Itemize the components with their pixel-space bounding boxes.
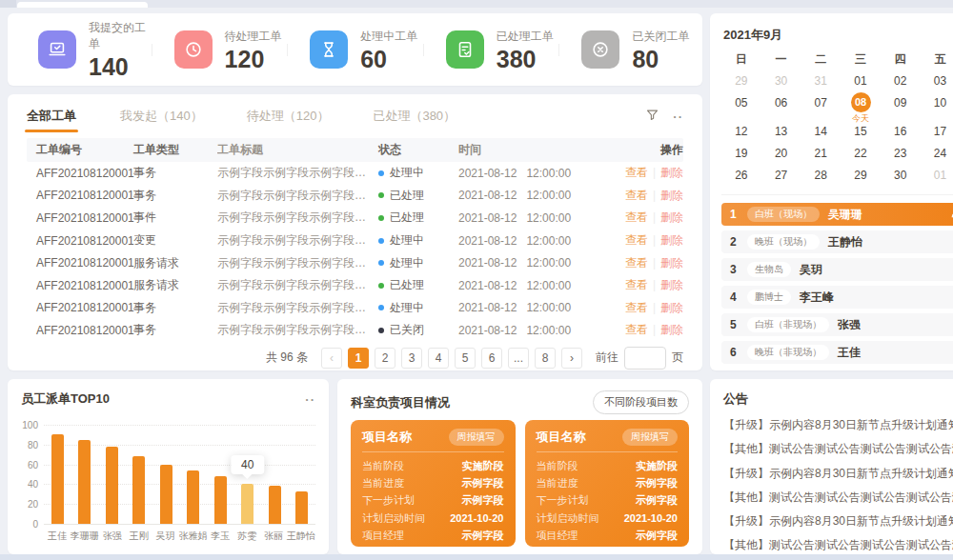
delete-link[interactable]: 删除 <box>660 233 683 247</box>
shift-row[interactable]: 1白班（现场）吴珊珊 <box>721 203 953 226</box>
shift-row[interactable]: 5白班（非现场）张强 <box>721 313 953 336</box>
delete-link[interactable]: 删除 <box>660 278 683 291</box>
page-button[interactable]: 8 <box>535 348 556 369</box>
tab-全部工单[interactable]: 全部工单 <box>27 108 76 125</box>
announcement-item[interactable]: 【升级】示例内容8月30日新节点升级计划通知 <box>723 510 953 533</box>
tab-待处理（120）[interactable]: 待处理（120） <box>247 108 330 125</box>
field-label: 项目经理 <box>362 527 404 544</box>
bar[interactable] <box>269 486 281 524</box>
announcement-item[interactable]: 【其他】测试公告测试公告测试公告测试公告测试公告 <box>723 486 953 510</box>
delete-link[interactable]: 删除 <box>660 323 683 336</box>
calendar-day-cell[interactable]: 06 <box>761 92 801 114</box>
table-row: AFF202108120001事务示例字段示例字段示例字段示例字段示例字段已关闭… <box>27 319 683 342</box>
delete-link[interactable]: 删除 <box>660 210 683 224</box>
order-clock: 12:00:00 <box>526 234 571 248</box>
view-link[interactable]: 查看 <box>625 210 648 224</box>
calendar-day-cell[interactable]: 13 <box>761 121 801 143</box>
announcement-item[interactable]: 【升级】示例内容8月30日新节点升级计划通知 <box>723 413 953 437</box>
calendar-day-cell[interactable]: 03 <box>921 70 953 92</box>
calendar-day-cell[interactable]: 16 <box>881 121 921 143</box>
view-link[interactable]: 查看 <box>625 233 648 247</box>
calendar-day-cell[interactable]: 31 <box>801 70 841 92</box>
page-unit-label: 页 <box>672 350 683 366</box>
delete-link[interactable]: 删除 <box>660 301 683 314</box>
calendar-day-cell[interactable]: 12 <box>721 121 761 143</box>
browser-active-tab[interactable] <box>17 2 148 8</box>
page-button[interactable]: 4 <box>428 348 449 369</box>
calendar-day-cell[interactable]: 10 <box>921 92 953 114</box>
calendar-day-cell[interactable]: 23 <box>881 143 921 165</box>
goto-page-input[interactable] <box>624 347 666 370</box>
shift-row[interactable]: 4鹏博士李王峰 <box>721 286 953 309</box>
shift-row[interactable]: 3生物岛吴玥 <box>721 258 953 281</box>
view-link[interactable]: 查看 <box>625 323 648 336</box>
stat-label: 已处理工单 <box>497 29 554 45</box>
calendar-day-cell[interactable]: 27 <box>761 165 801 187</box>
calendar-day-cell[interactable]: 01 <box>921 165 953 187</box>
bar[interactable] <box>295 491 308 524</box>
calendar-day-cell[interactable]: 17 <box>921 121 953 143</box>
calendar-day-cell[interactable]: 02 <box>881 70 921 92</box>
view-link[interactable]: 查看 <box>625 189 648 202</box>
bar[interactable] <box>51 434 64 524</box>
page-ellipsis[interactable]: ... <box>508 348 529 369</box>
stat-item: 我提交的工单140 <box>15 20 152 79</box>
order-title: 示例字段示例字段示例字段示例字段示例字段 <box>217 322 378 338</box>
calendar-day-cell[interactable]: 29 <box>721 70 761 92</box>
tab-已处理（380）[interactable]: 已处理（380） <box>373 108 456 125</box>
page-button[interactable]: 6 <box>481 348 502 369</box>
calendar-day-cell[interactable]: 21 <box>801 143 841 165</box>
shift-row[interactable]: 6晚班（非现场）王佳 <box>721 341 953 364</box>
bar[interactable] <box>78 440 91 524</box>
calendar-day-cell[interactable]: 30 <box>761 70 801 92</box>
weekly-report-badge[interactable]: 周报填写 <box>622 429 678 446</box>
page-button[interactable]: 3 <box>401 348 422 369</box>
calendar-day-cell[interactable]: 05 <box>721 92 761 114</box>
bar[interactable] <box>187 470 199 524</box>
bar[interactable] <box>160 465 172 524</box>
calendar-day-cell[interactable]: 19 <box>721 143 761 165</box>
delete-link[interactable]: 删除 <box>660 256 683 270</box>
more-icon[interactable]: ·· <box>673 110 683 124</box>
page-button[interactable]: 1 <box>348 348 369 369</box>
calendar-day-cell[interactable]: 14 <box>801 121 841 143</box>
next-page-button[interactable]: › <box>561 348 582 369</box>
page-button[interactable]: 2 <box>375 348 395 369</box>
calendar-day-cell[interactable]: 29 <box>841 165 881 187</box>
calendar-day-cell[interactable]: 28 <box>801 165 841 187</box>
calendar-day-cell[interactable]: 20 <box>761 143 801 165</box>
goto-label: 前往 <box>596 350 618 366</box>
browser-corner <box>0 0 16 8</box>
shift-row[interactable]: 2晚班（现场）王静怡 <box>721 230 953 253</box>
weekly-report-badge[interactable]: 周报填写 <box>449 429 504 446</box>
view-link[interactable]: 查看 <box>625 278 648 291</box>
calendar-today-cell[interactable]: 08今天 <box>841 92 881 114</box>
calendar-day-cell[interactable]: 07 <box>801 92 841 114</box>
announcement-item[interactable]: 【升级】示例内容8月30日新节点升级计划通知 <box>723 462 953 486</box>
bar[interactable] <box>132 456 145 524</box>
filter-icon[interactable] <box>645 108 659 126</box>
calendar-day-cell[interactable]: 01 <box>841 70 881 92</box>
more-icon[interactable]: ·· <box>305 392 315 407</box>
calendar-day-cell[interactable]: 15 <box>841 121 881 143</box>
calendar-day-cell[interactable]: 09 <box>881 92 921 114</box>
calendar-day-cell[interactable]: 30 <box>881 165 921 187</box>
tab-我发起（140）[interactable]: 我发起（140） <box>120 108 203 125</box>
announcement-list: 【升级】示例内容8月30日新节点升级计划通知【其他】测试公告测试公告测试公告测试… <box>710 411 953 558</box>
view-link[interactable]: 查看 <box>625 166 648 179</box>
delete-link[interactable]: 删除 <box>660 166 683 179</box>
view-link[interactable]: 查看 <box>625 256 648 270</box>
bar[interactable] <box>214 476 227 524</box>
calendar-day-cell[interactable]: 22 <box>841 143 881 165</box>
bar[interactable] <box>241 484 253 524</box>
announcement-item[interactable]: 【其他】测试公告测试公告测试公告测试公告测试公告 <box>723 437 953 461</box>
shift-index: 6 <box>730 346 747 359</box>
delete-link[interactable]: 删除 <box>660 189 683 202</box>
bar[interactable] <box>106 447 118 524</box>
view-link[interactable]: 查看 <box>625 301 648 314</box>
prev-page-button[interactable]: ‹ <box>321 348 342 369</box>
page-button[interactable]: 5 <box>455 348 476 369</box>
calendar-day-cell[interactable]: 26 <box>721 165 761 187</box>
calendar-day-cell[interactable]: 24 <box>921 143 953 165</box>
stage-count-button[interactable]: 不同阶段项目数 <box>593 390 689 414</box>
